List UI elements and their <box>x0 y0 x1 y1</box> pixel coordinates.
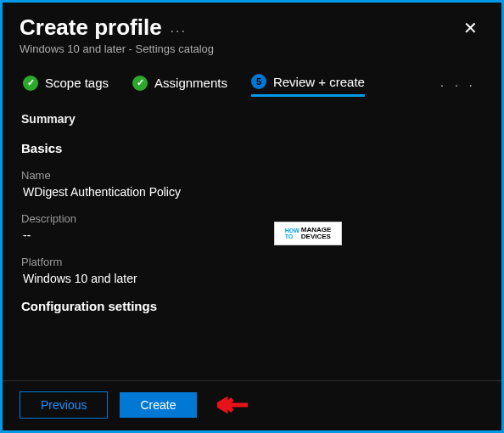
name-label: Name <box>21 169 484 182</box>
tab-label: Review + create <box>273 75 365 89</box>
tab-review-create[interactable]: 5 Review + create <box>251 74 365 97</box>
summary-heading: Summary <box>21 112 484 126</box>
check-icon: ✓ <box>132 76 148 91</box>
panel-header: Create profile ··· Windows 10 and later … <box>20 14 484 55</box>
page-subtitle: Windows 10 and later - Settings catalog <box>20 42 214 55</box>
create-button[interactable]: Create <box>120 392 196 418</box>
page-title: Create profile <box>20 14 162 41</box>
wizard-tabs: ✓ Scope tags ✓ Assignments 5 Review + cr… <box>20 74 484 97</box>
description-label: Description <box>21 212 484 225</box>
arrow-left-icon <box>217 396 248 413</box>
watermark-howto: HOW TO <box>285 228 300 239</box>
previous-button[interactable]: Previous <box>20 391 108 419</box>
config-settings-heading: Configuration settings <box>21 299 484 313</box>
title-more-icon[interactable]: ··· <box>171 17 187 39</box>
platform-value: Windows 10 and later <box>23 272 484 285</box>
tabs-more-icon[interactable]: · · · <box>440 78 476 93</box>
name-value: WDigest Authentication Policy <box>23 185 484 199</box>
basics-heading: Basics <box>21 141 484 155</box>
tab-scope-tags[interactable]: ✓ Scope tags <box>23 76 109 96</box>
tab-label: Scope tags <box>45 76 109 90</box>
title-group: Create profile ··· Windows 10 and later … <box>20 14 214 55</box>
footer-bar: Previous Create <box>3 380 501 430</box>
platform-label: Platform <box>21 256 484 268</box>
watermark-logo: HOW TO MANAGE DEVICES <box>274 222 342 245</box>
watermark-text: MANAGE DEVICES <box>301 227 332 240</box>
check-icon: ✓ <box>23 76 38 91</box>
step-number-badge: 5 <box>251 74 266 89</box>
tab-label: Assignments <box>154 76 227 90</box>
description-value: -- <box>23 228 484 242</box>
title-row: Create profile ··· <box>20 14 214 41</box>
close-icon[interactable]: ✕ <box>456 14 484 42</box>
tab-assignments[interactable]: ✓ Assignments <box>132 76 227 96</box>
content-area: Summary Basics Name WDigest Authenticati… <box>20 112 484 313</box>
create-profile-panel: Create profile ··· Windows 10 and later … <box>0 0 504 433</box>
